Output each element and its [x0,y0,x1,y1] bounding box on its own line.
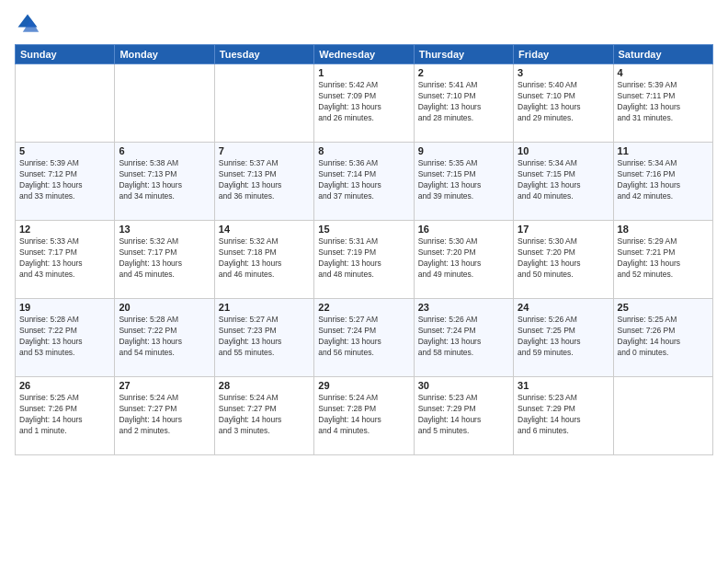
day-info: Sunrise: 5:35 AMSunset: 7:15 PMDaylight:… [418,158,509,202]
day-cell: 6Sunrise: 5:38 AMSunset: 7:13 PMDaylight… [115,143,214,221]
day-number: 13 [119,224,210,235]
day-cell: 23Sunrise: 5:26 AMSunset: 7:24 PMDayligh… [414,299,513,377]
day-info: Sunrise: 5:36 AMSunset: 7:14 PMDaylight:… [318,158,409,202]
header [15,11,713,37]
day-cell: 22Sunrise: 5:27 AMSunset: 7:24 PMDayligh… [314,299,414,377]
day-number: 8 [318,145,409,156]
day-info: Sunrise: 5:30 AMSunset: 7:20 PMDaylight:… [518,236,609,281]
day-info: Sunrise: 5:25 AMSunset: 7:26 PMDaylight:… [618,315,709,359]
day-number: 24 [518,302,609,313]
day-number: 27 [119,380,210,391]
weekday-header-sunday: Sunday [16,45,115,64]
day-info: Sunrise: 5:24 AMSunset: 7:28 PMDaylight:… [318,393,409,437]
day-info: Sunrise: 5:27 AMSunset: 7:24 PMDaylight:… [318,315,409,359]
day-cell: 17Sunrise: 5:30 AMSunset: 7:20 PMDayligh… [514,221,613,299]
day-cell: 3Sunrise: 5:40 AMSunset: 7:10 PMDaylight… [514,64,613,143]
day-cell: 9Sunrise: 5:35 AMSunset: 7:15 PMDaylight… [414,143,513,221]
day-info: Sunrise: 5:38 AMSunset: 7:13 PMDaylight:… [119,158,210,202]
weekday-header-thursday: Thursday [414,45,513,64]
day-cell: 4Sunrise: 5:39 AMSunset: 7:11 PMDaylight… [613,64,712,143]
calendar-table: SundayMondayTuesdayWednesdayThursdayFrid… [15,44,713,455]
day-number: 20 [119,302,210,313]
day-info: Sunrise: 5:41 AMSunset: 7:10 PMDaylight:… [418,80,509,124]
day-cell: 16Sunrise: 5:30 AMSunset: 7:20 PMDayligh… [414,221,513,299]
day-cell: 8Sunrise: 5:36 AMSunset: 7:14 PMDaylight… [314,143,414,221]
day-cell: 18Sunrise: 5:29 AMSunset: 7:21 PMDayligh… [613,221,712,299]
day-number: 21 [219,302,310,313]
day-cell [613,377,712,455]
day-info: Sunrise: 5:24 AMSunset: 7:27 PMDaylight:… [119,393,210,437]
day-number: 29 [318,380,409,391]
day-number: 17 [518,224,609,235]
day-info: Sunrise: 5:29 AMSunset: 7:21 PMDaylight:… [618,236,709,281]
day-info: Sunrise: 5:39 AMSunset: 7:11 PMDaylight:… [618,80,709,124]
week-row-4: 26Sunrise: 5:25 AMSunset: 7:26 PMDayligh… [16,377,713,455]
day-number: 15 [318,224,409,235]
day-number: 26 [19,380,110,391]
day-cell [214,64,313,143]
day-number: 10 [518,145,609,156]
day-cell: 1Sunrise: 5:42 AMSunset: 7:09 PMDaylight… [314,64,414,143]
day-number: 22 [318,302,409,313]
day-info: Sunrise: 5:31 AMSunset: 7:19 PMDaylight:… [318,236,409,281]
day-info: Sunrise: 5:34 AMSunset: 7:16 PMDaylight:… [618,158,709,202]
day-info: Sunrise: 5:40 AMSunset: 7:10 PMDaylight:… [518,80,609,124]
day-number: 9 [418,145,509,156]
day-cell: 21Sunrise: 5:27 AMSunset: 7:23 PMDayligh… [214,299,313,377]
day-cell: 28Sunrise: 5:24 AMSunset: 7:27 PMDayligh… [214,377,313,455]
day-info: Sunrise: 5:33 AMSunset: 7:17 PMDaylight:… [19,236,110,281]
day-cell: 12Sunrise: 5:33 AMSunset: 7:17 PMDayligh… [16,221,115,299]
day-cell: 10Sunrise: 5:34 AMSunset: 7:15 PMDayligh… [514,143,613,221]
day-number: 6 [119,145,210,156]
day-info: Sunrise: 5:28 AMSunset: 7:22 PMDaylight:… [119,315,210,359]
day-number: 14 [219,224,310,235]
day-cell: 27Sunrise: 5:24 AMSunset: 7:27 PMDayligh… [115,377,214,455]
day-number: 16 [418,224,509,235]
day-cell: 24Sunrise: 5:26 AMSunset: 7:25 PMDayligh… [514,299,613,377]
day-number: 5 [19,145,110,156]
day-cell: 15Sunrise: 5:31 AMSunset: 7:19 PMDayligh… [314,221,414,299]
day-number: 1 [318,67,409,78]
day-cell: 5Sunrise: 5:39 AMSunset: 7:12 PMDaylight… [16,143,115,221]
weekday-header-saturday: Saturday [613,45,712,64]
day-cell [16,64,115,143]
day-info: Sunrise: 5:23 AMSunset: 7:29 PMDaylight:… [518,393,609,437]
day-cell: 25Sunrise: 5:25 AMSunset: 7:26 PMDayligh… [613,299,712,377]
week-row-1: 5Sunrise: 5:39 AMSunset: 7:12 PMDaylight… [16,143,713,221]
day-info: Sunrise: 5:28 AMSunset: 7:22 PMDaylight:… [19,315,110,359]
day-cell: 20Sunrise: 5:28 AMSunset: 7:22 PMDayligh… [115,299,214,377]
calendar-page: SundayMondayTuesdayWednesdayThursdayFrid… [0,0,728,563]
day-number: 11 [618,145,709,156]
day-info: Sunrise: 5:37 AMSunset: 7:13 PMDaylight:… [219,158,310,202]
day-cell: 11Sunrise: 5:34 AMSunset: 7:16 PMDayligh… [613,143,712,221]
day-cell: 30Sunrise: 5:23 AMSunset: 7:29 PMDayligh… [414,377,513,455]
day-number: 23 [418,302,509,313]
day-number: 31 [518,380,609,391]
day-number: 30 [418,380,509,391]
logo [15,11,44,37]
weekday-header-tuesday: Tuesday [214,45,313,64]
day-info: Sunrise: 5:30 AMSunset: 7:20 PMDaylight:… [418,236,509,281]
weekday-header-wednesday: Wednesday [314,45,414,64]
day-number: 4 [618,67,709,78]
day-info: Sunrise: 5:27 AMSunset: 7:23 PMDaylight:… [219,315,310,359]
week-row-3: 19Sunrise: 5:28 AMSunset: 7:22 PMDayligh… [16,299,713,377]
day-number: 25 [618,302,709,313]
day-cell: 7Sunrise: 5:37 AMSunset: 7:13 PMDaylight… [214,143,313,221]
logo-icon [15,11,40,37]
day-cell: 2Sunrise: 5:41 AMSunset: 7:10 PMDaylight… [414,64,513,143]
day-number: 2 [418,67,509,78]
weekday-header-friday: Friday [514,45,613,64]
day-cell: 31Sunrise: 5:23 AMSunset: 7:29 PMDayligh… [514,377,613,455]
day-cell: 13Sunrise: 5:32 AMSunset: 7:17 PMDayligh… [115,221,214,299]
day-info: Sunrise: 5:24 AMSunset: 7:27 PMDaylight:… [219,393,310,437]
day-number: 18 [618,224,709,235]
day-info: Sunrise: 5:42 AMSunset: 7:09 PMDaylight:… [318,80,409,124]
day-info: Sunrise: 5:34 AMSunset: 7:15 PMDaylight:… [518,158,609,202]
day-info: Sunrise: 5:25 AMSunset: 7:26 PMDaylight:… [19,393,110,437]
day-cell [115,64,214,143]
day-info: Sunrise: 5:23 AMSunset: 7:29 PMDaylight:… [418,393,509,437]
day-info: Sunrise: 5:26 AMSunset: 7:25 PMDaylight:… [518,315,609,359]
day-cell: 29Sunrise: 5:24 AMSunset: 7:28 PMDayligh… [314,377,414,455]
week-row-2: 12Sunrise: 5:33 AMSunset: 7:17 PMDayligh… [16,221,713,299]
